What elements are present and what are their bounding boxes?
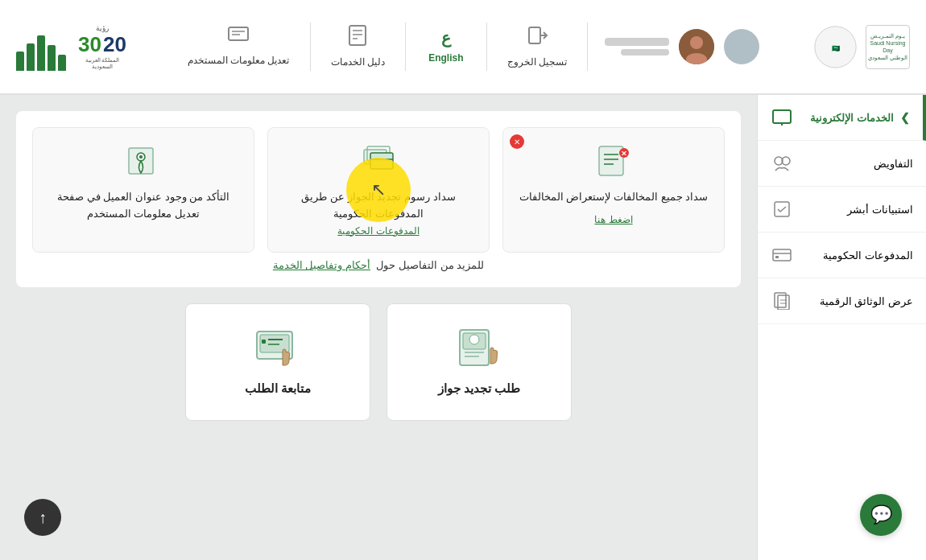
svg-rect-9 [529, 27, 540, 43]
gray-circle-avatar [724, 29, 759, 64]
payments-icon [771, 244, 793, 266]
nav-english-label: English [428, 52, 463, 64]
step2-link[interactable]: المدفوعات الحكومية [337, 225, 419, 237]
step1-link[interactable]: اضغط هنا [594, 214, 632, 225]
logout-icon [526, 24, 548, 51]
sidebar-item-negotiation[interactable]: التفاويض [758, 141, 926, 187]
surveys-icon [771, 198, 793, 220]
vision-label: رؤية [96, 24, 109, 32]
saudi-emblem: 🇸🇦 [813, 25, 858, 69]
user-info-icon [227, 26, 250, 50]
track-request-icon [254, 328, 302, 369]
sidebar: ❯ الخدمات الإلكترونية التفاويض [757, 95, 926, 560]
sidebar-item-surveys[interactable]: استبيانات أبشر [758, 187, 926, 233]
header: يـوم التمـريـضSaudi Nursing Dayالوطني ال… [0, 0, 926, 95]
svg-text:✕: ✕ [621, 150, 627, 158]
negotiation-icon [771, 152, 793, 175]
user-sub-placeholder [621, 49, 669, 56]
service-guide-icon [346, 24, 369, 51]
kingdom-label: المملكة العربية السعودية [74, 57, 130, 70]
sidebar-digital-docs-label: عرض الوثائق الرقمية [800, 295, 913, 307]
sidebar-electronic-label: الخدمات الإلكترونية [800, 112, 894, 124]
more-info-link[interactable]: أحكام وتفاصيل الخدمة [273, 259, 370, 271]
nav-divider-2 [405, 23, 406, 71]
action-cards-row: طلب تجديد جواز متابعة الطلب [16, 303, 741, 421]
english-icon: ع [441, 28, 451, 47]
sidebar-item-payments[interactable]: المدفوعات الحكومية [758, 233, 926, 278]
abshir-logo [16, 23, 66, 71]
nav-divider-4 [587, 23, 588, 71]
main-layout: ❯ الخدمات الإلكترونية التفاويض [0, 95, 926, 560]
header-user-area [592, 29, 772, 64]
steps-row: ✕ ✕ سداد جميع المخالفات لإستعراض المخالف [32, 127, 725, 253]
nav-service-guide-label: دليل الخدمات [331, 56, 385, 68]
chat-icon: 💬 [870, 504, 892, 525]
svg-rect-49 [262, 340, 266, 344]
chat-button[interactable]: 💬 [860, 494, 902, 536]
main-nav: تعديل معلومات المستخدم دليل الخدمات ع En… [172, 18, 772, 76]
user-name-area [605, 38, 669, 56]
step2-title: سداد رسوم تجديد الجواز عن طريق المدفوعات… [281, 189, 476, 239]
svg-point-39 [139, 155, 143, 159]
svg-rect-14 [773, 110, 791, 123]
nav-service-guide[interactable]: دليل الخدمات [315, 18, 401, 76]
step-address: التأكد من وجود عنوان العميل في صفحة تعدي… [32, 127, 254, 253]
violation-badge: ✕ [510, 134, 524, 149]
more-info-text: للمزيد من التفاصيل حول أحكام وتفاصيل الخ… [32, 259, 725, 271]
sidebar-surveys-label: استبيانات أبشر [800, 204, 913, 216]
violations-icon-area: ✕ [593, 141, 634, 181]
svg-rect-22 [775, 256, 779, 258]
chevron-right-icon: ❯ [900, 111, 910, 124]
electronic-services-icon [771, 106, 793, 129]
action-card-passport[interactable]: طلب تجديد جواز [387, 303, 572, 421]
svg-text:🇸🇦: 🇸🇦 [832, 44, 841, 53]
passport-renewal-icon [455, 328, 503, 369]
address-icon-area [123, 141, 163, 181]
nursing-day-logo: يـوم التمـريـضSaudi Nursing Dayالوطني ال… [866, 25, 910, 69]
nav-user-info[interactable]: تعديل معلومات المستخدم [172, 19, 306, 75]
scroll-up-icon: ↑ [39, 509, 47, 527]
step-payment: سداد رسوم تجديد الجواز عن طريق المدفوعات… [267, 127, 490, 253]
nav-divider-1 [310, 23, 311, 71]
svg-point-42 [469, 335, 479, 344]
svg-rect-19 [775, 202, 789, 216]
step2-title-text: سداد رسوم تجديد الجواز عن طريق المدفوعات… [301, 191, 455, 220]
action-card-track-label: متابعة الطلب [245, 381, 311, 396]
svg-rect-5 [349, 26, 366, 45]
svg-rect-20 [773, 249, 791, 261]
header-logos: يـوم التمـريـضSaudi Nursing Dayالوطني ال… [813, 25, 910, 69]
step-violations: ✕ ✕ سداد جميع المخالفات لإستعراض المخالف [502, 127, 725, 253]
more-info-prefix: للمزيد من التفاصيل حول [376, 259, 484, 271]
header-branding: رؤية 2030 المملكة العربية السعودية [16, 23, 130, 71]
nav-divider-3 [486, 23, 487, 71]
action-card-track[interactable]: متابعة الطلب [185, 303, 370, 421]
action-card-passport-label: طلب تجديد جواز [438, 381, 520, 396]
nav-logout[interactable]: تسجيل الخروج [491, 18, 583, 76]
user-name-placeholder [605, 38, 669, 46]
svg-rect-27 [599, 146, 623, 175]
nav-user-info-label: تعديل معلومات المستخدم [188, 55, 290, 66]
nav-logout-label: تسجيل الخروج [507, 56, 567, 68]
steps-card: ✕ ✕ سداد جميع المخالفات لإستعراض المخالف [16, 111, 741, 287]
sidebar-payments-label: المدفوعات الحكومية [800, 249, 913, 261]
step3-title: التأكد من وجود عنوان العميل في صفحة تعدي… [46, 189, 241, 223]
sidebar-negotiation-label: التفاويض [800, 158, 913, 170]
svg-rect-2 [229, 27, 248, 40]
step1-title-text: سداد جميع المخالفات لإستعراض المخالفات [519, 191, 708, 203]
vision-2030-logo: رؤية 2030 المملكة العربية السعودية [74, 24, 130, 70]
svg-rect-35 [370, 153, 393, 169]
scroll-up-button[interactable]: ↑ [24, 499, 61, 536]
nav-english[interactable]: ع English [410, 22, 482, 72]
content-area: ✕ ✕ سداد جميع المخالفات لإستعراض المخالف [0, 95, 757, 560]
step1-title: سداد جميع المخالفات لإستعراض المخالفات [519, 189, 708, 206]
user-avatar[interactable] [679, 29, 714, 64]
svg-point-12 [690, 36, 703, 49]
payment-icon-area [358, 141, 399, 181]
digital-docs-icon [771, 290, 793, 312]
sidebar-item-digital-docs[interactable]: عرض الوثائق الرقمية [758, 278, 926, 324]
vision-year: 2030 [78, 32, 126, 57]
sidebar-item-electronic[interactable]: ❯ الخدمات الإلكترونية [758, 95, 926, 141]
